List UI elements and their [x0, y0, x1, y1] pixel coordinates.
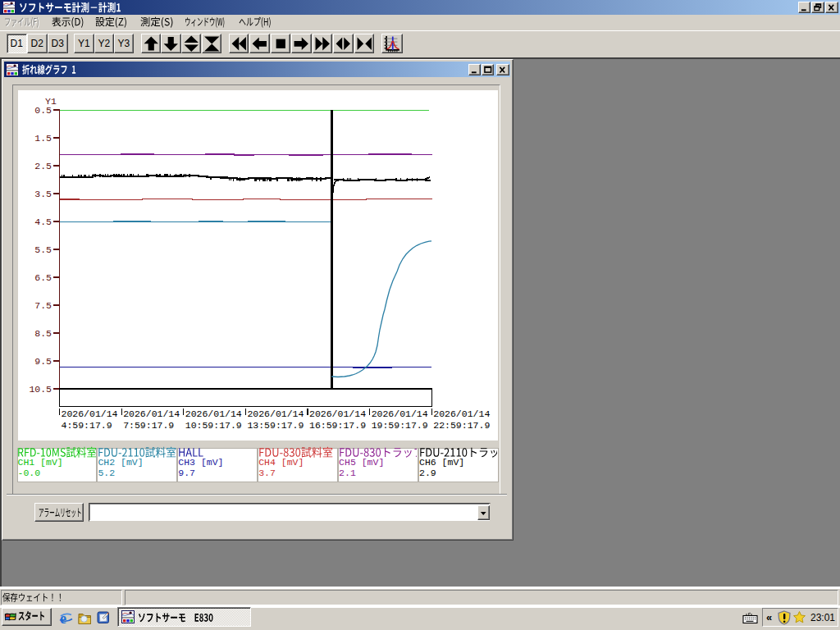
svg-text:2026/01/14: 2026/01/14	[433, 409, 490, 419]
svg-text:2026/01/14: 2026/01/14	[372, 409, 428, 419]
svg-text:0.5: 0.5	[34, 105, 52, 116]
svg-text:2026/01/14: 2026/01/14	[123, 409, 180, 419]
svg-text:10.5: 10.5	[29, 384, 52, 395]
svg-text:4:59:17.9: 4:59:17.9	[62, 420, 112, 431]
svg-text:22:59:17.9: 22:59:17.9	[433, 420, 490, 431]
svg-text:2026/01/14: 2026/01/14	[62, 409, 118, 419]
svg-text:1.5: 1.5	[34, 133, 52, 144]
svg-text:Y1: Y1	[45, 96, 57, 107]
svg-text:6.5: 6.5	[34, 272, 52, 283]
svg-text:3.5: 3.5	[34, 189, 52, 199]
svg-text:9.5: 9.5	[34, 356, 52, 367]
svg-text:2026/01/14: 2026/01/14	[247, 409, 304, 419]
svg-text:16:59:17.9: 16:59:17.9	[309, 420, 366, 431]
svg-text:19:59:17.9: 19:59:17.9	[372, 420, 428, 431]
svg-text:4.5: 4.5	[34, 217, 52, 227]
svg-text:8.5: 8.5	[34, 328, 52, 339]
svg-text:7.5: 7.5	[34, 300, 52, 311]
svg-text:2.5: 2.5	[34, 161, 52, 171]
svg-text:10:59:17.9: 10:59:17.9	[185, 420, 242, 431]
svg-text:7:59:17.9: 7:59:17.9	[123, 420, 174, 431]
svg-text:2026/01/14: 2026/01/14	[309, 409, 366, 419]
svg-text:2026/01/14: 2026/01/14	[185, 409, 242, 419]
svg-text:13:59:17.9: 13:59:17.9	[247, 420, 304, 431]
svg-text:5.5: 5.5	[34, 244, 52, 255]
